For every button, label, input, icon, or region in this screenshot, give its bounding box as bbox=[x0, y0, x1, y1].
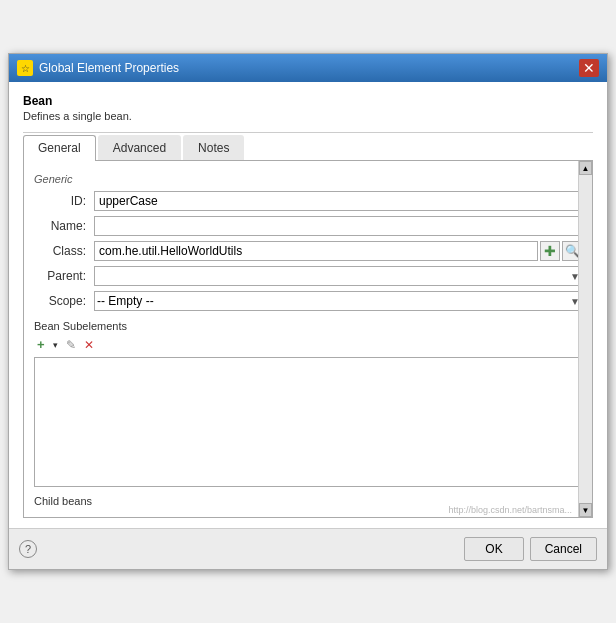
scope-row: Scope: -- Empty -- ▼ bbox=[34, 291, 582, 311]
content-area: Bean Defines a single bean. General Adva… bbox=[9, 82, 607, 528]
parent-label: Parent: bbox=[34, 269, 94, 283]
scroll-up-button[interactable]: ▲ bbox=[579, 161, 592, 175]
add-dropdown-button[interactable]: ▾ bbox=[50, 339, 61, 351]
add-subelement-button[interactable]: + bbox=[34, 336, 48, 353]
tab-advanced[interactable]: Advanced bbox=[98, 135, 181, 160]
ok-button[interactable]: OK bbox=[464, 537, 523, 561]
name-row: Name: bbox=[34, 216, 582, 236]
delete-subelement-button[interactable]: ✕ bbox=[81, 337, 97, 353]
tab-notes[interactable]: Notes bbox=[183, 135, 244, 160]
scroll-track[interactable] bbox=[579, 175, 592, 503]
edit-subelement-button[interactable]: ✎ bbox=[63, 337, 79, 353]
help-button[interactable]: ? bbox=[19, 540, 37, 558]
parent-select[interactable] bbox=[94, 266, 582, 286]
class-row: Class: ✚ 🔍 bbox=[34, 241, 582, 261]
child-beans-label: Child beans bbox=[34, 495, 582, 507]
tab-general[interactable]: General bbox=[23, 135, 96, 161]
section-desc: Defines a single bean. bbox=[23, 110, 593, 122]
bottom-buttons: OK Cancel bbox=[464, 537, 597, 561]
tabs-bar: General Advanced Notes bbox=[23, 135, 593, 161]
window-title: Global Element Properties bbox=[39, 61, 179, 75]
id-input[interactable] bbox=[94, 191, 582, 211]
class-label: Class: bbox=[34, 244, 94, 258]
title-bar: ☆ Global Element Properties ✕ bbox=[9, 54, 607, 82]
subelements-box bbox=[34, 357, 582, 487]
title-bar-left: ☆ Global Element Properties bbox=[17, 60, 179, 76]
parent-select-wrapper: ▼ bbox=[94, 266, 582, 286]
id-row: ID: bbox=[34, 191, 582, 211]
name-input[interactable] bbox=[94, 216, 582, 236]
class-input[interactable] bbox=[94, 241, 538, 261]
vertical-scrollbar[interactable]: ▲ ▼ bbox=[578, 161, 592, 517]
scope-label: Scope: bbox=[34, 294, 94, 308]
divider bbox=[23, 132, 593, 133]
section-title: Bean bbox=[23, 94, 593, 108]
subelements-label: Bean Subelements bbox=[34, 320, 582, 332]
main-panel: Generic ID: Name: Class: ✚ 🔍 bbox=[23, 161, 593, 518]
close-button[interactable]: ✕ bbox=[579, 59, 599, 77]
dialog-window: ☆ Global Element Properties ✕ Bean Defin… bbox=[8, 53, 608, 570]
name-label: Name: bbox=[34, 219, 94, 233]
scroll-down-button[interactable]: ▼ bbox=[579, 503, 592, 517]
parent-row: Parent: ▼ bbox=[34, 266, 582, 286]
scope-select[interactable]: -- Empty -- bbox=[94, 291, 582, 311]
class-input-group: ✚ 🔍 bbox=[94, 241, 582, 261]
group-label: Generic bbox=[34, 173, 582, 185]
cancel-button[interactable]: Cancel bbox=[530, 537, 597, 561]
bottom-bar: ? OK Cancel bbox=[9, 528, 607, 569]
scope-select-wrapper: -- Empty -- ▼ bbox=[94, 291, 582, 311]
subelements-toolbar: + ▾ ✎ ✕ bbox=[34, 336, 582, 353]
add-class-button[interactable]: ✚ bbox=[540, 241, 560, 261]
id-label: ID: bbox=[34, 194, 94, 208]
window-icon: ☆ bbox=[17, 60, 33, 76]
